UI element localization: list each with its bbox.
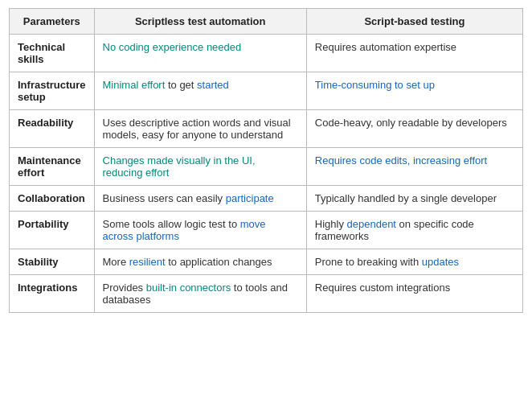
script-cell: Requires automation expertise [306, 35, 522, 72]
cell-text: Highly [315, 218, 347, 230]
scriptless-cell: Some tools allow logic test to move acro… [94, 212, 306, 249]
cell-text: dependent [347, 218, 396, 230]
scriptless-cell: Uses descriptive action words and visual… [94, 110, 306, 148]
cell-text: Prone to breaking with [315, 256, 422, 268]
table-row: Stability More resilient to application … [10, 249, 523, 275]
table-row: Portability Some tools allow logic test … [10, 212, 523, 249]
table-row: Technical skills No coding experience ne… [10, 35, 523, 72]
script-cell: Requires custom integrations [306, 275, 522, 313]
cell-text: built-in connectors [146, 282, 231, 294]
script-cell: Code-heavy, only readable by developers [306, 110, 522, 148]
param-label: Infrastructure setup [10, 72, 95, 110]
cell-text: Uses descriptive action words and visual… [103, 117, 291, 141]
header-script: Script-based testing [306, 9, 522, 35]
param-label: Readability [10, 110, 95, 148]
param-label: Integrations [10, 275, 95, 313]
cell-text: to get [165, 79, 197, 91]
param-label: Maintenance effort [10, 148, 95, 186]
cell-text: Provides [103, 282, 146, 294]
script-cell: Requires code edits, increasing effort [306, 148, 522, 186]
table-row: Infrastructure setup Minimal effort to g… [10, 72, 523, 110]
comparison-table: Parameters Scriptless test automation Sc… [9, 8, 523, 313]
scriptless-cell: Business users can easily participate [94, 186, 306, 212]
param-label: Collaboration [10, 186, 95, 212]
cell-text: Changes made visually in the UI, reducin… [103, 154, 256, 179]
param-label: Technical skills [10, 35, 95, 72]
table-row: Maintenance effort Changes made visually… [10, 148, 523, 186]
cell-text: started [197, 79, 229, 91]
cell-text: Some tools allow logic test to [103, 218, 240, 230]
cell-text: Requires automation expertise [315, 41, 456, 53]
cell-text: updates [422, 256, 459, 268]
scriptless-cell: Changes made visually in the UI, reducin… [94, 148, 306, 186]
scriptless-cell: No coding experience needed [94, 35, 306, 72]
table-row: Readability Uses descriptive action word… [10, 110, 523, 148]
scriptless-cell: Minimal effort to get started [94, 72, 306, 110]
cell-text: participate [226, 192, 274, 204]
cell-text: No coding experience needed [103, 41, 242, 53]
cell-text: Minimal effort [103, 79, 166, 91]
script-cell: Time-consuming to set up [306, 72, 522, 110]
scriptless-cell: More resilient to application changes [94, 249, 306, 275]
scriptless-cell: Provides built-in connectors to tools an… [94, 275, 306, 313]
param-label: Portability [10, 212, 95, 249]
cell-text: Code-heavy, only readable by developers [315, 117, 507, 129]
table-row: Integrations Provides built-in connector… [10, 275, 523, 313]
cell-text: resilient [129, 256, 166, 268]
script-cell: Highly dependent on specific code framew… [306, 212, 522, 249]
cell-text: Typically handled by a single developer [315, 192, 497, 204]
script-cell: Prone to breaking with updates [306, 249, 522, 275]
param-label: Stability [10, 249, 95, 275]
header-params: Parameters [10, 9, 95, 35]
cell-text: Business users can easily [103, 192, 226, 204]
cell-text: Time-consuming to set up [315, 79, 435, 91]
script-cell: Typically handled by a single developer [306, 186, 522, 212]
table-row: Collaboration Business users can easily … [10, 186, 523, 212]
cell-text: Requires code edits, increasing effort [315, 154, 487, 167]
header-scriptless: Scriptless test automation [94, 9, 306, 35]
cell-text: More [103, 256, 129, 268]
cell-text: to application changes [166, 256, 272, 268]
cell-text: Requires custom integrations [315, 282, 450, 294]
